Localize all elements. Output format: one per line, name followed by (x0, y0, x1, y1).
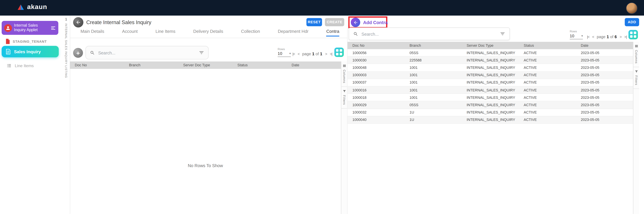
add-row-button[interactable]: + (73, 48, 83, 58)
table-cell: 225588 (405, 58, 462, 62)
empty-table-message: No Rows To Show (70, 163, 341, 168)
table-row[interactable]: 10000401UINTERNAL_SALES_INQUIRYACTIVE202… (348, 116, 633, 124)
column-header-status[interactable]: Status (519, 43, 576, 47)
page-indicator: page 1 of 6 (597, 34, 617, 39)
next-page-button[interactable]: > (325, 52, 327, 56)
table-cell: 1U (405, 110, 462, 114)
grid-view-button[interactable] (334, 48, 344, 57)
grid-view-button[interactable] (628, 30, 638, 39)
column-header-branch[interactable]: Branch (405, 43, 462, 47)
table-cell: 1000032 (348, 110, 404, 114)
tab-delivery-details[interactable]: Delivery Details (193, 29, 223, 36)
pagination: |< < page 1 of 6 > >| (587, 34, 626, 39)
akaun-logo-icon (17, 4, 24, 10)
create-button[interactable]: CREATE (325, 18, 344, 26)
sidebar-item-sales-inquiry[interactable]: Sales Inquiry (2, 46, 59, 57)
sidebar-tenant[interactable]: STAGING_TENANT (5, 38, 47, 44)
table-row[interactable]: 10000481001INTERNAL_SALES_INQUIRYACTIVE2… (348, 64, 633, 72)
column-header-date[interactable]: Date (576, 43, 633, 47)
column-header-status[interactable]: Status (232, 63, 287, 67)
table-cell: 1000030 (348, 58, 404, 62)
table-cell: 1000029 (348, 103, 404, 107)
table-cell: 2023-05-05 (576, 110, 633, 114)
filter-icon[interactable] (199, 50, 204, 55)
table-cell: ACTIVE (519, 73, 576, 77)
columns-tool-button[interactable]: Columns (634, 42, 639, 67)
column-header-date[interactable]: Date (287, 63, 341, 67)
first-page-button[interactable]: |< (292, 52, 295, 56)
column-header-server-doc-type[interactable]: Server Doc Type (462, 43, 519, 47)
next-page-button[interactable]: > (620, 35, 621, 39)
reset-button[interactable]: RESET (306, 18, 322, 26)
back-button[interactable] (351, 17, 360, 27)
app-root: akaun Internal Sales Inquiry Applet STAG… (0, 0, 644, 214)
back-button[interactable] (73, 17, 84, 27)
rows-value: 10 (570, 34, 574, 38)
applet-avatar-icon (4, 24, 12, 32)
listing-vertical-label: INTERNAL SALES INQUIRY LISTING (64, 23, 68, 78)
sidebar: Internal Sales Inquiry Applet STAGING_TE… (0, 15, 60, 214)
tab-divider (70, 38, 347, 38)
column-header-branch[interactable]: Branch (124, 63, 178, 67)
tab-account[interactable]: Account (122, 29, 138, 36)
table-row[interactable]: 1000030225588INTERNAL_SALES_INQUIRYACTIV… (348, 57, 633, 64)
table-cell: 1000016 (348, 88, 404, 92)
table-row[interactable]: 100005605SSINTERNAL_SALES_INQUIRYACTIVE2… (348, 49, 633, 57)
akaun-logo[interactable]: akaun (17, 3, 47, 11)
table-cell: INTERNAL_SALES_INQUIRY (462, 66, 519, 70)
search-input[interactable] (361, 31, 498, 37)
menu-icon[interactable] (50, 25, 56, 31)
tab-contra[interactable]: Contra (326, 29, 339, 36)
table-cell: 1000048 (348, 66, 404, 70)
filter-icon[interactable] (500, 31, 505, 36)
table-row[interactable]: 10000321UINTERNAL_SALES_INQUIRYACTIVE202… (348, 109, 633, 116)
last-page-button[interactable]: >| (624, 35, 626, 39)
sidebar-item-label: Sales Inquiry (14, 49, 41, 54)
prev-page-button[interactable]: < (592, 35, 594, 39)
table-cell: INTERNAL_SALES_INQUIRY (462, 96, 519, 100)
table-cell: ACTIVE (519, 58, 576, 62)
column-header-server-doc-type[interactable]: Server Doc Type (178, 63, 232, 67)
rows-per-page-select[interactable]: Rows 10 ▾ (278, 48, 291, 57)
columns-tool-button[interactable]: Columns (342, 61, 347, 87)
search-input[interactable] (97, 50, 196, 55)
table-cell: 1001 (405, 66, 462, 70)
filters-tool-button[interactable]: Filters (634, 67, 639, 89)
table-cell: 1000040 (348, 118, 404, 122)
add-button[interactable]: ADD (625, 18, 639, 26)
table-row[interactable]: 10000161001INTERNAL_SALES_INQUIRYACTIVE2… (348, 86, 633, 94)
column-header-doc-no[interactable]: Doc No (70, 63, 124, 67)
table-row[interactable]: 10000371001INTERNAL_SALES_INQUIRYACTIVE2… (348, 79, 633, 87)
table-cell: ACTIVE (519, 103, 576, 107)
rows-per-page-select[interactable]: Rows 10 ▾ (570, 30, 583, 39)
filters-tool-button[interactable]: Filters (342, 87, 347, 109)
table-cell: INTERNAL_SALES_INQUIRY (462, 110, 519, 114)
table-cell: 1000037 (348, 81, 404, 85)
first-page-button[interactable]: |< (587, 35, 589, 39)
table-cell: INTERNAL_SALES_INQUIRY (462, 51, 519, 55)
tab-main-details[interactable]: Main Details (80, 29, 104, 36)
sidebar-applet-button[interactable]: Internal Sales Inquiry Applet (2, 21, 58, 35)
table-cell: 1001 (405, 88, 462, 92)
table-cell: ACTIVE (519, 66, 576, 70)
table-cell: ACTIVE (519, 96, 576, 100)
table-row[interactable]: 10000031001INTERNAL_SALES_INQUIRYACTIVE2… (348, 72, 633, 79)
sidebar-item-line-items[interactable]: Line Items (6, 63, 34, 68)
table-cell: 1001 (405, 96, 462, 100)
last-page-button[interactable]: >| (330, 52, 332, 56)
table-row[interactable]: 100002905SSINTERNAL_SALES_INQUIRYACTIVE2… (348, 101, 633, 109)
tab-department-hdr[interactable]: Department Hdr (278, 29, 308, 36)
user-avatar[interactable] (626, 2, 638, 14)
search-icon (353, 31, 358, 36)
table-row[interactable]: 10000181001INTERNAL_SALES_INQUIRYACTIVE2… (348, 94, 633, 102)
table-cell: 2023-05-05 (576, 66, 633, 70)
table-cell: 1001 (405, 81, 462, 85)
table-cell: INTERNAL_SALES_INQUIRY (462, 88, 519, 92)
tab-line-items[interactable]: Line Items (156, 29, 176, 36)
table-cell: ACTIVE (519, 88, 576, 92)
prev-page-button[interactable]: < (298, 52, 299, 56)
column-header-doc-no[interactable]: Doc No (348, 43, 404, 47)
table-cell: 2023-05-05 (576, 51, 633, 55)
table-cell: 05SS (405, 51, 462, 55)
tab-collection[interactable]: Collection (241, 29, 260, 36)
